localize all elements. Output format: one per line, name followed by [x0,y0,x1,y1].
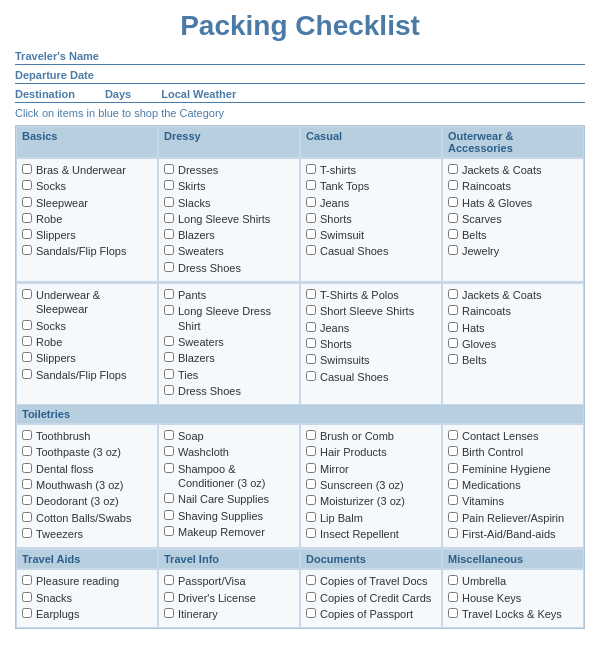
item-checkbox[interactable] [164,213,174,223]
item-checkbox[interactable] [164,336,174,346]
item-checkbox[interactable] [448,197,458,207]
item-checkbox[interactable] [164,493,174,503]
item-checkbox[interactable] [306,446,316,456]
item-checkbox[interactable] [164,430,174,440]
bottom-section-header[interactable]: Miscellaneous [442,549,584,569]
item-checkbox[interactable] [306,305,316,315]
item-checkbox[interactable] [22,495,32,505]
item-checkbox[interactable] [306,338,316,348]
item-checkbox[interactable] [448,180,458,190]
item-checkbox[interactable] [448,430,458,440]
item-checkbox[interactable] [22,180,32,190]
list-item: Nail Care Supplies [164,492,294,506]
toiletries-header[interactable]: Toiletries [16,405,584,424]
item-checkbox[interactable] [306,608,316,618]
item-checkbox[interactable] [448,229,458,239]
item-checkbox[interactable] [306,575,316,585]
item-checkbox[interactable] [306,213,316,223]
item-checkbox[interactable] [306,229,316,239]
item-checkbox[interactable] [448,512,458,522]
item-checkbox[interactable] [22,213,32,223]
item-checkbox[interactable] [22,352,32,362]
item-checkbox[interactable] [448,245,458,255]
item-checkbox[interactable] [22,229,32,239]
item-checkbox[interactable] [448,608,458,618]
item-checkbox[interactable] [22,336,32,346]
item-checkbox[interactable] [22,245,32,255]
item-checkbox[interactable] [164,289,174,299]
item-checkbox[interactable] [306,430,316,440]
item-checkbox[interactable] [164,197,174,207]
item-checkbox[interactable] [164,608,174,618]
item-checkbox[interactable] [306,180,316,190]
section-header[interactable]: Basics [16,126,158,158]
item-checkbox[interactable] [22,197,32,207]
item-checkbox[interactable] [164,446,174,456]
item-checkbox[interactable] [448,479,458,489]
bottom-items: Pleasure readingSnacksEarplugsPassport/V… [16,569,584,628]
item-checkbox[interactable] [306,197,316,207]
item-checkbox[interactable] [22,320,32,330]
item-checkbox[interactable] [448,592,458,602]
item-checkbox[interactable] [448,463,458,473]
item-checkbox[interactable] [448,528,458,538]
section-header[interactable]: Outerwear & Accessories [442,126,584,158]
item-checkbox[interactable] [164,575,174,585]
item-checkbox[interactable] [448,338,458,348]
item-checkbox[interactable] [448,322,458,332]
item-checkbox[interactable] [306,164,316,174]
item-checkbox[interactable] [22,575,32,585]
item-checkbox[interactable] [306,245,316,255]
item-checkbox[interactable] [164,510,174,520]
item-checkbox[interactable] [306,354,316,364]
item-checkbox[interactable] [448,213,458,223]
item-checkbox[interactable] [164,463,174,473]
item-checkbox[interactable] [448,495,458,505]
item-checkbox[interactable] [164,369,174,379]
item-checkbox[interactable] [306,592,316,602]
item-checkbox[interactable] [448,575,458,585]
item-checkbox[interactable] [164,164,174,174]
item-checkbox[interactable] [22,430,32,440]
item-checkbox[interactable] [448,164,458,174]
item-checkbox[interactable] [22,608,32,618]
item-checkbox[interactable] [164,592,174,602]
item-checkbox[interactable] [306,463,316,473]
item-checkbox[interactable] [22,463,32,473]
item-checkbox[interactable] [164,526,174,536]
item-checkbox[interactable] [22,528,32,538]
item-checkbox[interactable] [164,352,174,362]
section-header[interactable]: Dressy [158,126,300,158]
item-checkbox[interactable] [22,289,32,299]
item-checkbox[interactable] [306,322,316,332]
list-item: Snacks [22,591,152,605]
item-checkbox[interactable] [164,262,174,272]
bottom-section-header[interactable]: Travel Info [158,549,300,569]
item-checkbox[interactable] [448,289,458,299]
list-item: Slippers [22,351,152,365]
item-checkbox[interactable] [306,495,316,505]
item-checkbox[interactable] [306,528,316,538]
item-checkbox[interactable] [448,446,458,456]
item-checkbox[interactable] [22,164,32,174]
item-checkbox[interactable] [306,371,316,381]
bottom-section-header[interactable]: Travel Aids [16,549,158,569]
section-header[interactable]: Casual [300,126,442,158]
item-checkbox[interactable] [22,592,32,602]
item-checkbox[interactable] [306,479,316,489]
item-checkbox[interactable] [306,512,316,522]
item-checkbox[interactable] [22,446,32,456]
item-checkbox[interactable] [448,354,458,364]
item-checkbox[interactable] [448,305,458,315]
list-item: Pain Reliever/Aspirin [448,511,578,525]
item-checkbox[interactable] [164,180,174,190]
item-checkbox[interactable] [164,385,174,395]
item-checkbox[interactable] [164,229,174,239]
item-checkbox[interactable] [306,289,316,299]
item-checkbox[interactable] [22,369,32,379]
item-checkbox[interactable] [22,512,32,522]
item-checkbox[interactable] [164,245,174,255]
item-checkbox[interactable] [22,479,32,489]
bottom-section-header[interactable]: Documents [300,549,442,569]
item-checkbox[interactable] [164,305,174,315]
